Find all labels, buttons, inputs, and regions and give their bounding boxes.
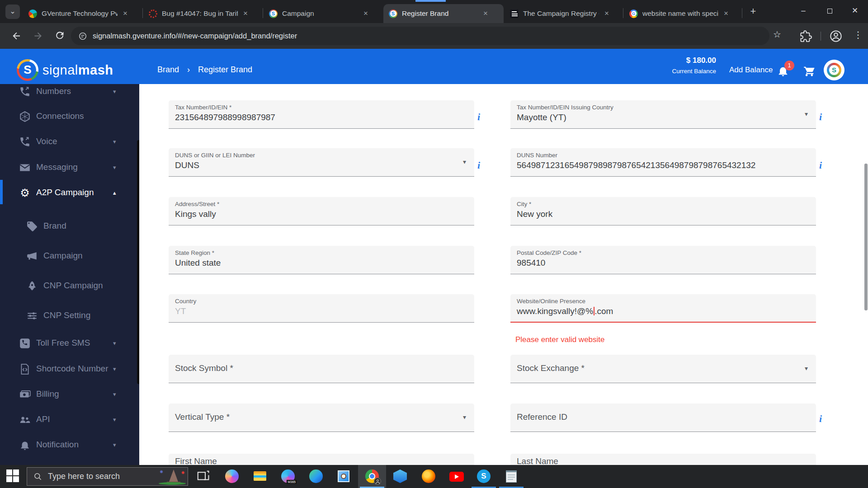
sidebar-item-a2p-campaign[interactable]: ⚙ A2P Campaign ▴ bbox=[0, 183, 139, 202]
signalmash-favicon-icon bbox=[389, 9, 397, 18]
edge-icon[interactable] bbox=[309, 469, 323, 483]
reference-id-field[interactable]: Reference ID bbox=[510, 404, 816, 432]
notification-count-badge: 1 bbox=[784, 61, 794, 70]
user-avatar[interactable]: S bbox=[824, 60, 844, 80]
city-field[interactable]: City * New york bbox=[510, 197, 816, 225]
sidebar-item-cnp-campaign[interactable]: CNP Campaign bbox=[0, 276, 139, 296]
skype-taskbar-slot[interactable]: S bbox=[470, 465, 498, 488]
state-region-field[interactable]: State Region * United state bbox=[169, 246, 474, 274]
info-icon[interactable]: i bbox=[819, 413, 822, 425]
youtube-icon[interactable] bbox=[449, 472, 464, 482]
tab-title: Register Brand bbox=[402, 9, 478, 18]
sidebar-item-api[interactable]: API ▾ bbox=[0, 409, 139, 429]
tab-campaign[interactable]: Campaign × bbox=[264, 4, 382, 23]
chrome-taskbar-slot[interactable] bbox=[358, 465, 386, 488]
url-text: signalmash.gventure.info/#/new-campaign/… bbox=[93, 32, 297, 40]
first-name-field[interactable]: First Name bbox=[169, 454, 474, 465]
bookmark-star-icon[interactable]: ☆ bbox=[773, 29, 781, 40]
sidebar-item-messaging[interactable]: Messaging ▾ bbox=[0, 157, 139, 177]
sidebar-item-shortcode-number[interactable]: Shortcode Number ▾ bbox=[0, 359, 139, 379]
reload-icon[interactable] bbox=[53, 29, 67, 42]
info-icon[interactable]: i bbox=[819, 111, 822, 123]
photos-icon[interactable] bbox=[337, 469, 350, 483]
tab-campaign-registry[interactable]: The Campaign Registry - B × bbox=[505, 4, 622, 23]
tab-bug[interactable]: Bug #14047: Bug in Tariff - × bbox=[143, 4, 262, 23]
browser-menu-icon[interactable]: ⋮ bbox=[854, 29, 863, 40]
page-scrollbar[interactable] bbox=[864, 164, 868, 310]
sidebar-item-billing[interactable]: Billing ▾ bbox=[0, 384, 139, 404]
postal-code-field[interactable]: Postal Code/ZIP Code * 985410 bbox=[510, 246, 816, 274]
info-icon[interactable]: i bbox=[477, 160, 480, 171]
tab-search-button[interactable]: ⌄ bbox=[5, 5, 20, 19]
duns-giin-lei-select[interactable]: DUNS or GIIN or LEI Number DUNS ▾ bbox=[169, 148, 474, 177]
info-icon[interactable]: i bbox=[819, 160, 822, 171]
website-field[interactable]: Website/Online Presence www.kingsvally!@… bbox=[510, 294, 816, 323]
tab-close-icon[interactable]: × bbox=[721, 9, 731, 18]
chrome-profile-badge bbox=[374, 478, 381, 485]
site-settings-icon[interactable] bbox=[78, 32, 87, 41]
sidebar-item-brand[interactable]: Brand bbox=[0, 216, 139, 236]
tab-title: website name with special bbox=[642, 9, 718, 18]
tab-close-icon[interactable]: × bbox=[241, 9, 250, 18]
taskbar-search-input[interactable]: Type here to search bbox=[27, 467, 188, 486]
tab-close-icon[interactable]: × bbox=[481, 9, 491, 18]
search-icon bbox=[33, 472, 42, 481]
tab-close-icon[interactable]: × bbox=[120, 9, 130, 18]
extensions-icon[interactable] bbox=[799, 30, 813, 43]
notepad-taskbar-slot[interactable] bbox=[497, 465, 525, 488]
tab-close-icon[interactable]: × bbox=[361, 9, 371, 18]
firefox-icon[interactable] bbox=[422, 469, 435, 483]
hexagon-icon bbox=[19, 111, 31, 122]
sidebar-item-campaign[interactable]: Campaign bbox=[0, 246, 139, 266]
back-icon[interactable] bbox=[10, 29, 24, 42]
website-error-message: Please enter valid website bbox=[515, 335, 605, 344]
code-file-icon bbox=[19, 363, 31, 375]
stock-exchange-select[interactable]: Stock Exchange * ▾ bbox=[510, 355, 816, 383]
signalmash-logo-icon[interactable] bbox=[17, 59, 38, 81]
tab-gventure[interactable]: GVenture Technology Pvt. L × bbox=[23, 4, 142, 23]
window-close-button[interactable]: ✕ bbox=[842, 0, 868, 23]
forward-icon[interactable] bbox=[32, 29, 45, 42]
duns-number-field[interactable]: DUNS Number 5649871231654987989879876542… bbox=[510, 148, 816, 177]
field-value: DUNS bbox=[175, 160, 199, 170]
chevron-up-icon: ▴ bbox=[113, 189, 116, 196]
hexagon-app-icon[interactable] bbox=[393, 469, 407, 483]
dropdown-caret-icon: ▾ bbox=[463, 413, 466, 421]
breadcrumb-parent[interactable]: Brand bbox=[157, 65, 179, 75]
sidebar-item-cnp-setting[interactable]: CNP Setting bbox=[0, 305, 139, 325]
file-explorer-icon[interactable] bbox=[253, 469, 267, 483]
url-bar[interactable]: signalmash.gventure.info/#/new-campaign/… bbox=[71, 27, 769, 45]
add-balance-button[interactable]: Add Balance bbox=[729, 66, 773, 75]
profile-icon[interactable] bbox=[829, 29, 843, 43]
field-value: 5649871231654987989879876542135649879879… bbox=[517, 160, 755, 170]
sidebar-item-voice[interactable]: Voice ▾ bbox=[0, 131, 139, 151]
tab-google-search[interactable]: website name with special × bbox=[624, 4, 741, 23]
window-minimize-button[interactable]: – bbox=[790, 0, 816, 23]
m365-copilot-icon[interactable]: M365 bbox=[281, 469, 295, 483]
cart-icon[interactable] bbox=[803, 65, 816, 77]
vertical-type-select[interactable]: Vertical Type * ▾ bbox=[169, 404, 474, 432]
field-value: Kings vally bbox=[175, 209, 216, 219]
info-icon[interactable]: i bbox=[477, 111, 480, 123]
register-brand-form: Tax Number/ID/EIN * 23156489798899898798… bbox=[139, 84, 868, 465]
phone-square-icon bbox=[19, 338, 31, 349]
gventure-favicon-icon bbox=[28, 9, 37, 18]
sidebar-item-notification[interactable]: Notification ▾ bbox=[0, 435, 139, 455]
address-street-field[interactable]: Address/Street * Kings vally bbox=[169, 197, 474, 225]
tax-number-field[interactable]: Tax Number/ID/EIN * 23156489798899898798… bbox=[169, 100, 474, 129]
sidebar-item-toll-free-sms[interactable]: Toll Free SMS ▾ bbox=[0, 333, 139, 353]
last-name-field[interactable]: Last Name bbox=[510, 454, 816, 465]
tab-close-icon[interactable]: × bbox=[602, 9, 612, 18]
tab-register-brand-active[interactable]: Register Brand × bbox=[383, 4, 504, 23]
tax-issuing-country-select[interactable]: Tax Number/ID/EIN Issuing Country Mayott… bbox=[510, 100, 816, 129]
copilot-icon[interactable] bbox=[225, 469, 239, 483]
start-button[interactable] bbox=[6, 469, 20, 483]
window-maximize-button[interactable] bbox=[816, 0, 843, 23]
sidebar-item-numbers[interactable]: Numbers ▾ bbox=[0, 84, 139, 101]
dropdown-caret-icon: ▾ bbox=[805, 365, 808, 372]
stock-symbol-field[interactable]: Stock Symbol * bbox=[169, 355, 474, 383]
task-view-icon[interactable] bbox=[196, 469, 210, 483]
sidebar-item-connections[interactable]: Connections bbox=[0, 106, 139, 126]
signalmash-logo-text[interactable]: signalmash bbox=[42, 63, 113, 78]
new-tab-button[interactable]: + bbox=[747, 5, 760, 18]
